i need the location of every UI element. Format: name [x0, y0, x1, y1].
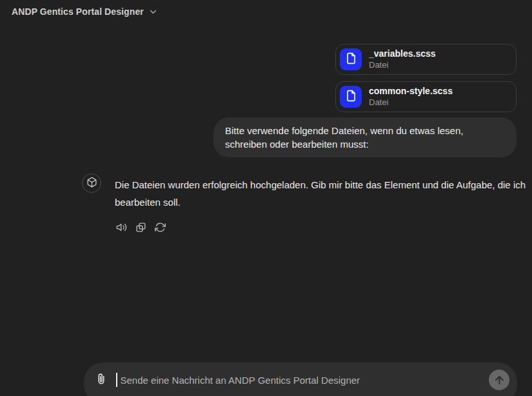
arrow-up-icon	[493, 374, 506, 386]
assistant-avatar	[82, 173, 101, 193]
attachment-list: _variables.scss Datei common-style.scss …	[335, 44, 517, 112]
file-card-common-style[interactable]: common-style.scss Datei	[335, 81, 517, 112]
file-type: Datei	[369, 60, 436, 70]
file-name: common-style.scss	[369, 86, 453, 97]
model-selector-title: ANDP Gentics Portal Designer	[12, 6, 144, 17]
send-button[interactable]	[489, 370, 509, 390]
regenerate-button[interactable]	[153, 220, 167, 234]
user-message-text: Bitte verwende folgende Dateien, wenn du…	[225, 125, 463, 150]
read-aloud-button[interactable]	[114, 220, 128, 234]
attach-file-button[interactable]	[92, 370, 111, 390]
file-card-variables[interactable]: _variables.scss Datei	[335, 44, 517, 75]
model-selector[interactable]: ANDP Gentics Portal Designer	[8, 4, 162, 19]
file-icon-badge	[340, 86, 362, 108]
chat-app: ANDP Gentics Portal Designer _variables.…	[0, 0, 532, 396]
paperclip-icon	[95, 373, 108, 388]
file-name: _variables.scss	[369, 48, 436, 59]
file-icon-badge	[340, 48, 362, 70]
refresh-icon	[155, 222, 166, 233]
file-meta: _variables.scss Datei	[369, 48, 436, 70]
copy-button[interactable]	[133, 220, 148, 234]
file-type: Datei	[369, 97, 453, 108]
copy-icon	[135, 222, 146, 233]
file-icon	[345, 90, 357, 104]
file-meta: common-style.scss Datei	[369, 86, 453, 108]
cube-icon	[86, 177, 97, 190]
file-icon	[345, 52, 357, 67]
message-actions	[114, 220, 167, 234]
text-caret	[116, 373, 117, 387]
composer	[84, 362, 517, 396]
message-input[interactable]	[119, 374, 489, 386]
chevron-down-icon	[148, 7, 158, 17]
user-message-bubble: Bitte verwende folgende Dateien, wenn du…	[213, 117, 517, 157]
composer-row	[92, 369, 509, 391]
assistant-message-text: Die Dateien wurden erfolgreich hochgelad…	[115, 176, 527, 211]
speaker-icon	[116, 222, 127, 233]
